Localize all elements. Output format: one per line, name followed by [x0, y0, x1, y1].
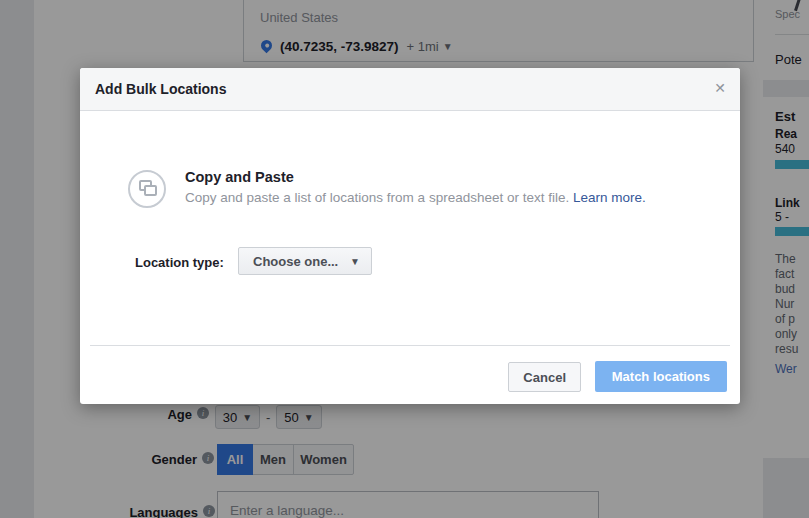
- copy-icon-front-sheet: [144, 185, 157, 196]
- match-locations-button[interactable]: Match locations: [595, 361, 727, 392]
- location-type-label: Location type:: [135, 255, 224, 270]
- chevron-down-icon: ▼: [350, 256, 360, 267]
- location-type-select[interactable]: Choose one... ▼: [238, 247, 372, 275]
- description-text: Copy and paste a list of locations from …: [185, 190, 573, 205]
- dialog-header: Add Bulk Locations ✕: [80, 68, 740, 111]
- add-bulk-locations-dialog: Add Bulk Locations ✕ Copy and Paste Copy…: [80, 68, 740, 404]
- learn-more-link[interactable]: Learn more.: [573, 190, 646, 205]
- location-type-value: Choose one...: [253, 254, 338, 269]
- footer-divider: [90, 345, 730, 346]
- copy-paste-icon: [128, 170, 166, 208]
- dialog-title: Add Bulk Locations: [95, 68, 226, 111]
- cancel-button[interactable]: Cancel: [508, 362, 581, 392]
- copy-paste-description: Copy and paste a list of locations from …: [185, 190, 646, 205]
- copy-paste-heading: Copy and Paste: [185, 169, 294, 185]
- close-icon[interactable]: ✕: [714, 81, 726, 95]
